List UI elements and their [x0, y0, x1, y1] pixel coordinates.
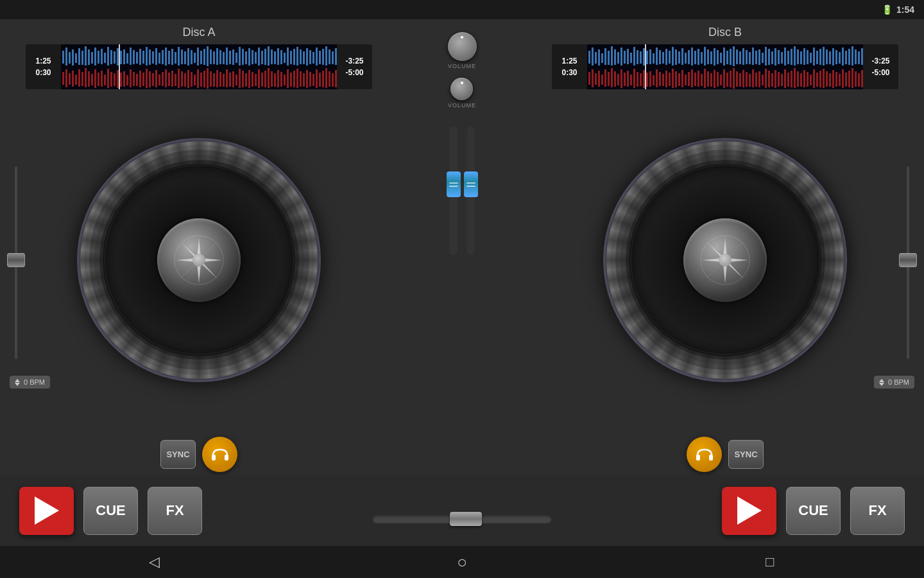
play-button-b[interactable]	[722, 487, 776, 535]
svg-rect-125	[178, 69, 180, 88]
battery-icon: 🔋	[882, 4, 893, 15]
home-button[interactable]: ○	[446, 549, 478, 575]
turntable-a[interactable]	[77, 138, 321, 382]
cue-button-a[interactable]: CUE	[83, 487, 138, 535]
bpm-down-a[interactable]	[15, 383, 20, 386]
crossfader-track[interactable]	[372, 514, 552, 523]
disc-b-remaining2: -5:00	[871, 68, 889, 77]
svg-rect-220	[678, 51, 680, 64]
slider-thumb-a[interactable]	[7, 253, 25, 267]
svg-rect-212	[653, 53, 654, 64]
svg-rect-262	[813, 48, 815, 66]
deck-b-sync-buttons: SYNC	[687, 437, 764, 472]
svg-rect-304	[665, 71, 667, 87]
headphone-button-b[interactable]	[687, 437, 722, 472]
svg-rect-193	[592, 48, 594, 66]
turntable-b[interactable]	[603, 138, 847, 382]
svg-rect-84	[329, 49, 330, 64]
svg-rect-27	[146, 47, 148, 66]
svg-rect-59	[248, 48, 250, 66]
cue-button-b[interactable]: CUE	[786, 487, 841, 535]
svg-rect-352	[819, 71, 821, 87]
svg-rect-218	[672, 47, 674, 66]
svg-rect-211	[649, 49, 651, 64]
waveform-b[interactable]: 1:25 0:30	[552, 44, 898, 89]
waveform-b-times-left: 1:25 0:30	[552, 44, 587, 89]
bpm-up-b[interactable]	[879, 379, 884, 382]
fader-thumb-b[interactable]	[464, 171, 478, 197]
svg-rect-108	[123, 71, 125, 87]
svg-rect-343	[791, 71, 792, 87]
slider-thumb-b[interactable]	[899, 253, 917, 267]
svg-rect-253	[784, 48, 786, 66]
pitch-slider-a[interactable]	[6, 166, 26, 359]
bpm-arrows-a[interactable]	[15, 379, 20, 386]
svg-rect-303	[662, 74, 664, 86]
pitch-slider-b[interactable]	[898, 166, 918, 359]
channel-fader-b[interactable]	[467, 127, 475, 255]
turntable-inner-b	[629, 164, 821, 356]
svg-rect-239	[739, 51, 741, 64]
deck-a-sync-buttons: SYNC	[160, 437, 237, 472]
svg-rect-33	[165, 48, 167, 66]
channel-fader-a[interactable]	[450, 127, 458, 255]
svg-rect-240	[742, 48, 744, 65]
svg-rect-44	[200, 51, 202, 64]
turntable-outer-a	[77, 138, 321, 382]
svg-rect-235	[726, 51, 728, 64]
svg-rect-115	[146, 69, 148, 88]
svg-rect-208	[640, 51, 642, 64]
svg-rect-345	[797, 71, 799, 87]
back-button[interactable]: ◁	[138, 549, 170, 575]
volume-knob-b[interactable]	[450, 78, 473, 100]
disc-b-title: Disc B	[708, 26, 742, 39]
recent-button[interactable]: □	[754, 549, 786, 575]
waveform-a[interactable]: 1:25 0:30	[26, 44, 372, 89]
headphone-button-a[interactable]	[202, 437, 237, 472]
svg-rect-50	[219, 50, 221, 64]
bpm-control-a[interactable]: 0 BPM	[10, 376, 50, 389]
crossfader-container	[372, 514, 552, 523]
svg-rect-106	[117, 70, 119, 88]
svg-rect-65	[268, 46, 270, 66]
svg-rect-105	[114, 73, 116, 86]
svg-rect-49	[216, 48, 218, 65]
svg-rect-55	[235, 53, 237, 63]
svg-rect-335	[765, 69, 767, 88]
bpm-arrows-b[interactable]	[879, 379, 884, 386]
bpm-down-b[interactable]	[879, 383, 884, 386]
bpm-label-b: 0 BPM	[888, 378, 909, 386]
svg-rect-223	[688, 50, 690, 64]
disc-b-elapsed2: 0:30	[561, 68, 577, 77]
svg-rect-344	[794, 68, 796, 88]
fx-button-b[interactable]: FX	[850, 487, 905, 535]
svg-rect-230	[710, 51, 712, 64]
svg-rect-255	[791, 49, 792, 65]
svg-rect-119	[158, 74, 160, 85]
fader-thumb-a[interactable]	[447, 171, 461, 197]
svg-rect-74	[296, 47, 298, 66]
svg-rect-103	[107, 69, 109, 88]
svg-rect-58	[245, 51, 247, 64]
volume-knob-a[interactable]	[448, 32, 477, 61]
bpm-control-b[interactable]: 0 BPM	[874, 376, 914, 389]
svg-rect-275	[855, 49, 857, 64]
crossfader-thumb[interactable]	[450, 512, 482, 526]
bpm-up-a[interactable]	[15, 379, 20, 382]
status-bar: 🔋 1:54	[0, 0, 924, 19]
svg-rect-318	[710, 73, 712, 87]
play-button-a[interactable]	[19, 487, 74, 535]
svg-rect-238	[736, 49, 738, 64]
svg-rect-298	[646, 73, 648, 87]
svg-rect-231	[714, 48, 715, 66]
svg-rect-128	[187, 70, 189, 88]
sync-button-a[interactable]: SYNC	[160, 440, 196, 469]
svg-rect-337	[771, 73, 773, 87]
svg-rect-216	[665, 49, 667, 65]
svg-rect-8	[85, 46, 87, 66]
svg-rect-290	[620, 69, 622, 88]
svg-rect-142	[232, 71, 234, 87]
fx-button-a[interactable]: FX	[148, 487, 202, 535]
sync-button-b[interactable]: SYNC	[728, 440, 764, 469]
svg-rect-149	[255, 74, 257, 86]
